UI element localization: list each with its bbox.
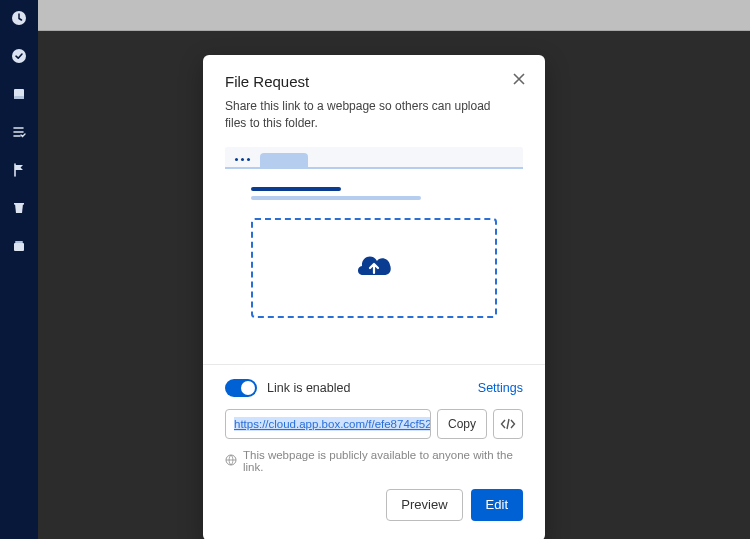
collection-icon[interactable] xyxy=(11,238,27,254)
url-row: https://cloud.app.box.com/f/efe874cf52f3… xyxy=(203,405,545,449)
illustration-tab-bar xyxy=(225,147,523,167)
trash-icon[interactable] xyxy=(11,200,27,216)
link-enabled-toggle[interactable] xyxy=(225,379,257,397)
modal-footer: Preview Edit xyxy=(203,489,545,539)
share-url-input[interactable]: https://cloud.app.box.com/f/efe874cf52f3… xyxy=(225,409,431,439)
copy-button[interactable]: Copy xyxy=(437,409,487,439)
modal-description: Share this link to a webpage so others c… xyxy=(225,98,505,133)
modal-header: File Request Share this link to a webpag… xyxy=(203,55,545,147)
main-area: File Request Share this link to a webpag… xyxy=(38,0,750,539)
illustration-container xyxy=(203,147,545,344)
svg-rect-4 xyxy=(14,203,24,205)
link-status-label: Link is enabled xyxy=(267,381,350,395)
illustration-active-tab xyxy=(260,153,308,167)
svg-rect-6 xyxy=(15,241,23,243)
close-icon xyxy=(513,73,525,85)
illustration-heading-bar xyxy=(251,187,341,191)
illustration-subheading-bar xyxy=(251,196,421,200)
close-button[interactable] xyxy=(509,69,529,89)
preview-button[interactable]: Preview xyxy=(386,489,462,521)
toggle-knob xyxy=(241,381,255,395)
checklist-icon[interactable] xyxy=(11,124,27,140)
share-url-value: https://cloud.app.box.com/f/efe874cf52f3… xyxy=(234,417,431,431)
window-dots-icon xyxy=(235,158,256,167)
file-request-modal: File Request Share this link to a webpag… xyxy=(203,55,545,539)
browser-illustration xyxy=(225,147,523,344)
settings-link[interactable]: Settings xyxy=(478,381,523,395)
globe-icon xyxy=(225,454,237,468)
edit-button[interactable]: Edit xyxy=(471,489,523,521)
svg-rect-3 xyxy=(14,96,24,99)
embed-button[interactable] xyxy=(493,409,523,439)
embed-code-icon xyxy=(500,418,516,430)
modal-title: File Request xyxy=(225,73,523,90)
check-circle-icon[interactable] xyxy=(11,48,27,64)
book-icon[interactable] xyxy=(11,86,27,102)
illustration-dropzone xyxy=(251,218,497,318)
cloud-upload-icon xyxy=(354,251,394,285)
clock-icon[interactable] xyxy=(11,10,27,26)
illustration-page xyxy=(225,169,523,344)
link-status-left: Link is enabled xyxy=(225,379,350,397)
public-notice-row: This webpage is publicly available to an… xyxy=(203,449,545,489)
sidebar xyxy=(0,0,38,539)
public-notice-text: This webpage is publicly available to an… xyxy=(243,449,523,473)
flag-icon[interactable] xyxy=(11,162,27,178)
svg-point-1 xyxy=(12,49,26,63)
svg-rect-5 xyxy=(14,243,24,251)
link-status-row: Link is enabled Settings xyxy=(203,365,545,405)
